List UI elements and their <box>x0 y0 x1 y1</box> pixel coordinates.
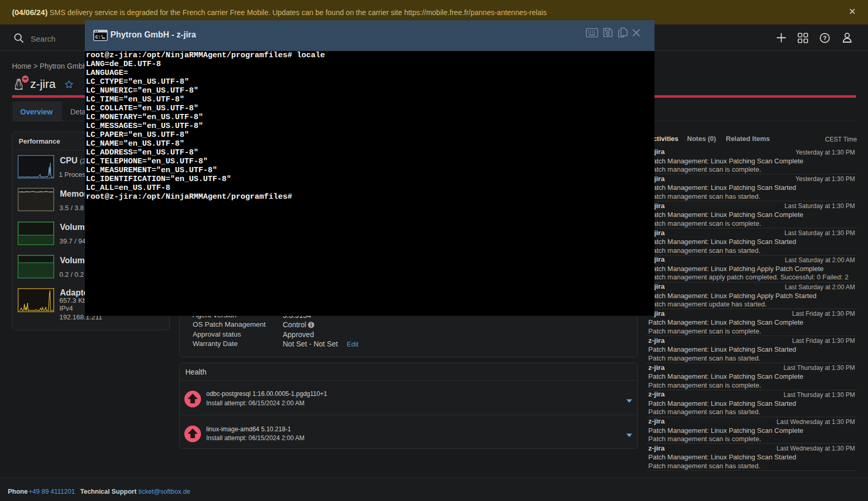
svg-text:?: ? <box>823 35 826 41</box>
svg-text:C:\: C:\ <box>95 35 104 40</box>
